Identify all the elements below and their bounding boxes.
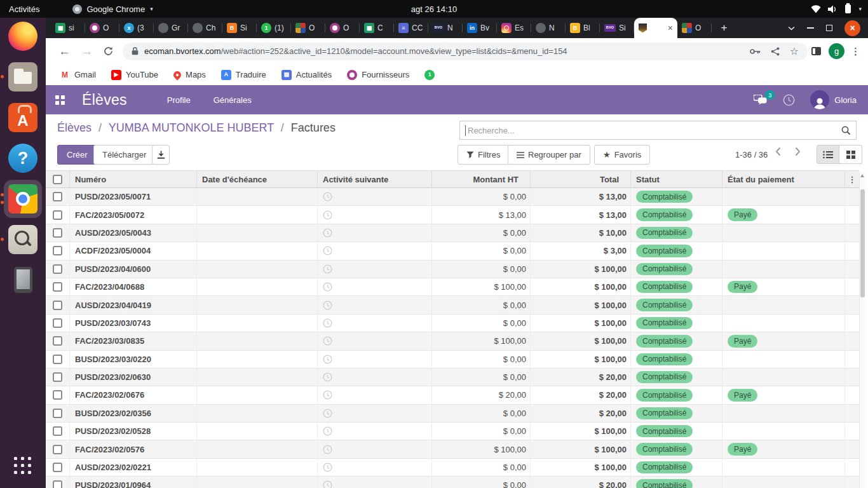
- row-checkbox[interactable]: [53, 246, 62, 255]
- minimize-button[interactable]: [807, 27, 814, 29]
- column-header-date-echeance[interactable]: Date d'échéance: [197, 170, 318, 188]
- kanban-view-button[interactable]: [839, 145, 862, 164]
- activity-clock-icon[interactable]: [323, 390, 332, 400]
- system-status-area[interactable]: ▾: [811, 4, 862, 13]
- tab[interactable]: Ch: [188, 18, 222, 38]
- vertical-scrollbar[interactable]: [859, 172, 865, 488]
- tab[interactable]: O: [291, 18, 325, 38]
- row-checkbox[interactable]: [53, 426, 62, 436]
- tab[interactable]: O: [85, 18, 119, 38]
- pager-previous-button[interactable]: [775, 147, 781, 156]
- menu-generales[interactable]: Générales: [214, 95, 252, 105]
- search-box[interactable]: [459, 121, 857, 140]
- bookmark-item-traduire[interactable]: ATraduire: [221, 70, 266, 80]
- app-name[interactable]: Élèves: [82, 92, 127, 109]
- breadcrumb-link-eleves[interactable]: Élèves: [57, 121, 92, 134]
- row-checkbox[interactable]: [53, 301, 62, 310]
- tab[interactable]: O: [325, 18, 360, 38]
- browser-menu-icon[interactable]: ⋮: [851, 46, 860, 57]
- column-header-total[interactable]: Total: [531, 170, 631, 188]
- tab[interactable]: x(3: [119, 18, 154, 38]
- activity-clock-icon[interactable]: [323, 228, 332, 238]
- row-checkbox[interactable]: [53, 318, 62, 328]
- scroll-up-arrow[interactable]: [860, 174, 864, 177]
- table-row[interactable]: ACDF/2023/05/0004$ 0,00$ 3,00Comptabilis…: [46, 242, 859, 260]
- tab-search-chevron-icon[interactable]: [788, 26, 795, 30]
- tab[interactable]: BSi: [222, 18, 257, 38]
- table-row[interactable]: PUSD/2023/02/0528$ 0,00$ 100,00Comptabil…: [46, 423, 859, 440]
- column-header-numero[interactable]: Numéro: [70, 170, 197, 188]
- activity-clock-icon[interactable]: [323, 318, 332, 328]
- activity-clock-icon[interactable]: [323, 192, 332, 201]
- table-row[interactable]: FAC/2023/05/0072$ 13,00$ 13,00Comptabili…: [46, 206, 859, 224]
- activity-clock-icon[interactable]: [323, 246, 332, 255]
- column-header-activite[interactable]: Activité suivante: [318, 170, 432, 188]
- scrollbar-thumb[interactable]: [860, 189, 865, 297]
- forward-button[interactable]: →: [81, 45, 93, 57]
- bookmark-item-gmail[interactable]: MGmail: [60, 70, 96, 80]
- tab-close-icon[interactable]: ×: [668, 24, 673, 32]
- user-menu[interactable]: Gloria: [810, 90, 857, 109]
- password-key-icon[interactable]: [750, 48, 761, 55]
- table-row[interactable]: FAC/2023/04/0688$ 100,00$ 100,00Comptabi…: [46, 278, 859, 296]
- row-checkbox[interactable]: [53, 463, 62, 472]
- table-row[interactable]: PUSD/2023/04/0600$ 0,00$ 100,00Comptabil…: [46, 261, 859, 278]
- row-checkbox[interactable]: [53, 228, 62, 238]
- table-row[interactable]: BUSD/2023/02/0356$ 0,00$ 20,00Comptabili…: [46, 405, 859, 423]
- table-row[interactable]: FAC/2023/02/0576$ 100,00$ 100,00Comptabi…: [46, 440, 859, 458]
- table-row[interactable]: AUSD/2023/05/0043$ 0,00$ 10,00Comptabili…: [46, 224, 859, 242]
- new-tab-button[interactable]: +: [716, 20, 732, 36]
- table-row[interactable]: PUSD/2023/05/0071$ 0,00$ 13,00Comptabili…: [46, 188, 859, 206]
- bookmark-item-fournisseurs[interactable]: Fournisseurs: [347, 70, 409, 80]
- activity-clock-icon[interactable]: [323, 463, 332, 472]
- dock-software-icon[interactable]: [8, 103, 37, 132]
- row-checkbox[interactable]: [53, 210, 62, 220]
- dock-files-icon[interactable]: [8, 62, 37, 92]
- table-row[interactable]: PUSD/2023/03/0743$ 0,00$ 100,00Comptabil…: [46, 315, 859, 332]
- activity-clock-icon[interactable]: [323, 336, 332, 346]
- column-header-montant-ht[interactable]: Montant HT: [432, 170, 531, 188]
- bookmark-star-icon[interactable]: ☆: [790, 46, 799, 57]
- tab[interactable]: inBv: [463, 18, 497, 38]
- tab[interactable]: ▦si: [51, 18, 85, 38]
- activity-clock-icon[interactable]: [323, 480, 332, 488]
- dock-chrome-icon[interactable]: [8, 184, 37, 214]
- row-checkbox[interactable]: [53, 355, 62, 364]
- activity-clock-icon[interactable]: [323, 409, 332, 418]
- download-button[interactable]: [152, 145, 170, 165]
- row-checkbox[interactable]: [53, 264, 62, 274]
- tab[interactable]: 1(1): [257, 18, 291, 38]
- group-by-button[interactable]: Regrouper par: [508, 145, 590, 165]
- breadcrumb-link-student[interactable]: YUMBA MUTONKOLE HUBERT: [109, 121, 274, 134]
- row-checkbox[interactable]: [53, 445, 62, 454]
- create-button[interactable]: Créer: [57, 145, 97, 165]
- tab[interactable]: N: [531, 18, 566, 38]
- row-checkbox[interactable]: [53, 192, 62, 201]
- share-icon[interactable]: [771, 47, 780, 56]
- bookmark-item-maps[interactable]: Maps: [173, 70, 206, 79]
- search-icon[interactable]: [841, 126, 851, 135]
- tab[interactable]: BBl: [566, 18, 600, 38]
- search-input[interactable]: [466, 125, 841, 136]
- table-row[interactable]: BUSD/2023/03/0220$ 0,00$ 100,00Comptabil…: [46, 351, 859, 369]
- row-checkbox[interactable]: [53, 372, 62, 382]
- activities-button[interactable]: Activités: [9, 4, 39, 14]
- activity-clock-icon[interactable]: [323, 301, 332, 310]
- tab[interactable]: ▦C: [360, 18, 394, 38]
- table-row[interactable]: AUSD/2023/04/0419$ 0,00$ 100,00Comptabil…: [46, 296, 859, 314]
- activity-clock-icon[interactable]: [323, 282, 332, 292]
- bookmark-item-actualités[interactable]: ▤Actualités: [281, 70, 332, 80]
- column-header-etat-paiement[interactable]: État du paiement: [722, 170, 845, 188]
- select-all-checkbox[interactable]: [53, 175, 62, 184]
- dock-screenshot-icon[interactable]: [8, 225, 37, 254]
- table-row[interactable]: FAC/2023/02/0676$ 20,00$ 20,00Comptabili…: [46, 386, 859, 404]
- dock-help-icon[interactable]: [8, 144, 37, 173]
- column-options-icon[interactable]: ⋮: [848, 175, 857, 184]
- table-row[interactable]: AUSD/2023/02/0221$ 0,00$ 100,00Comptabil…: [46, 459, 859, 477]
- column-header-statut[interactable]: Statut: [631, 170, 722, 188]
- export-button[interactable]: Télécharger: [93, 145, 155, 165]
- row-checkbox[interactable]: [53, 409, 62, 418]
- tab[interactable]: ≡CC: [394, 18, 428, 38]
- table-row[interactable]: PUSD/2023/02/0630$ 0,00$ 20,00Comptabili…: [46, 369, 859, 386]
- tab-active[interactable]: ×: [634, 18, 677, 38]
